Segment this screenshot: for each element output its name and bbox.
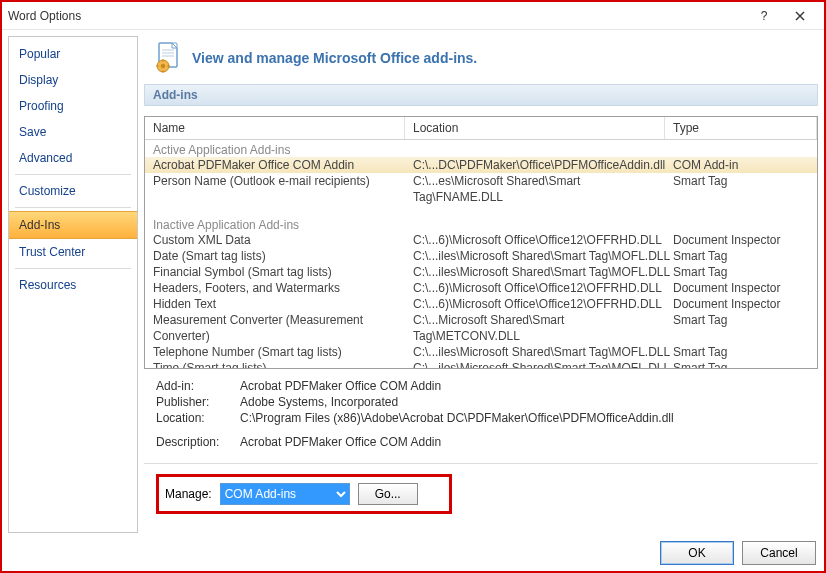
list-row[interactable]: Hidden TextC:\...6)\Microsoft Office\Off… [145, 296, 817, 312]
svg-rect-6 [162, 60, 163, 62]
section-heading: Add-ins [144, 84, 818, 106]
detail-addin-label: Add-in: [156, 379, 240, 393]
addins-list[interactable]: Name Location Type Active Application Ad… [144, 116, 818, 369]
go-button[interactable]: Go... [358, 483, 418, 505]
sidebar-item-addins[interactable]: Add-Ins [9, 211, 137, 239]
manage-row: Manage: COM Add-ins Go... [156, 474, 452, 514]
detail-location-value: C:\Program Files (x86)\Adobe\Acrobat DC\… [240, 411, 674, 425]
group-inactive: Inactive Application Add-ins [145, 215, 817, 232]
detail-publisher-value: Adobe Systems, Incorporated [240, 395, 398, 409]
sidebar: Popular Display Proofing Save Advanced C… [8, 36, 138, 533]
svg-rect-7 [162, 71, 163, 73]
list-row[interactable]: Custom XML DataC:\...6)\Microsoft Office… [145, 232, 817, 248]
group-active: Active Application Add-ins [145, 140, 817, 157]
list-row[interactable]: Telephone Number (Smart tag lists)C:\...… [145, 344, 817, 360]
banner: View and manage Microsoft Office add-ins… [144, 36, 818, 84]
title-bar: Word Options ? [2, 2, 824, 30]
svg-rect-8 [157, 65, 159, 66]
manage-select[interactable]: COM Add-ins [220, 483, 350, 505]
detail-publisher-label: Publisher: [156, 395, 240, 409]
list-row[interactable]: Headers, Footers, and WatermarksC:\...6)… [145, 280, 817, 296]
list-header: Name Location Type [145, 117, 817, 140]
sidebar-item-proofing[interactable]: Proofing [9, 93, 137, 119]
list-row[interactable]: Acrobat PDFMaker Office COM Addin C:\...… [145, 157, 817, 173]
manage-label: Manage: [165, 487, 212, 501]
sidebar-item-display[interactable]: Display [9, 67, 137, 93]
detail-description-value: Acrobat PDFMaker Office COM Addin [240, 435, 441, 449]
list-row[interactable]: Time (Smart tag lists)C:\...iles\Microso… [145, 360, 817, 369]
separator [144, 463, 818, 464]
list-row[interactable]: Date (Smart tag lists)C:\...iles\Microso… [145, 248, 817, 264]
addins-icon [154, 42, 182, 74]
detail-location-label: Location: [156, 411, 240, 425]
dialog-footer: OK Cancel [660, 541, 816, 565]
list-row[interactable]: Measurement Converter (Measurement Conve… [145, 312, 817, 344]
sidebar-item-resources[interactable]: Resources [9, 272, 137, 298]
svg-point-5 [161, 64, 165, 68]
sidebar-item-customize[interactable]: Customize [9, 178, 137, 204]
main-panel: View and manage Microsoft Office add-ins… [144, 36, 818, 535]
addin-details: Add-in:Acrobat PDFMaker Office COM Addin… [156, 379, 806, 449]
sidebar-item-popular[interactable]: Popular [9, 41, 137, 67]
column-type[interactable]: Type [665, 117, 817, 139]
sidebar-item-save[interactable]: Save [9, 119, 137, 145]
detail-addin-value: Acrobat PDFMaker Office COM Addin [240, 379, 441, 393]
list-row[interactable]: Person Name (Outlook e-mail recipients) … [145, 173, 817, 205]
help-button[interactable]: ? [746, 5, 782, 27]
sidebar-item-advanced[interactable]: Advanced [9, 145, 137, 171]
list-row[interactable]: Financial Symbol (Smart tag lists)C:\...… [145, 264, 817, 280]
column-location[interactable]: Location [405, 117, 665, 139]
ok-button[interactable]: OK [660, 541, 734, 565]
sidebar-item-trust-center[interactable]: Trust Center [9, 239, 137, 265]
close-button[interactable] [782, 5, 818, 27]
banner-text: View and manage Microsoft Office add-ins… [192, 50, 477, 66]
cancel-button[interactable]: Cancel [742, 541, 816, 565]
detail-description-label: Description: [156, 435, 240, 449]
window-title: Word Options [8, 9, 81, 23]
svg-rect-9 [168, 65, 170, 66]
column-name[interactable]: Name [145, 117, 405, 139]
